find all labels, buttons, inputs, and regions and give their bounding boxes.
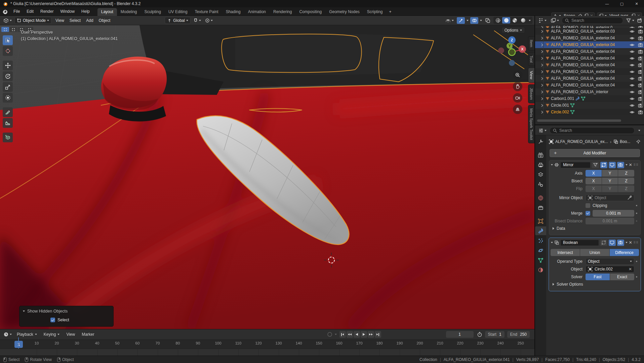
maximize-button[interactable]: ▢ [614, 0, 629, 7]
hide-in-viewport-icon[interactable] [628, 36, 636, 41]
viewport-menu-select[interactable]: Select [67, 17, 83, 24]
outliner-row[interactable]: ALFA_ROMEO_GIULIA_exterior.04 [535, 68, 644, 75]
boolean-editmode-toggle[interactable] [600, 240, 607, 246]
outliner-item-name[interactable]: ALFA_ROMEO_GIULIA_exterior.03 [551, 29, 615, 34]
outliner-row[interactable]: ALFA_ROMEO_GIULIA_exterior.04 [535, 41, 644, 48]
properties-tab-world[interactable] [535, 193, 546, 202]
bisect-distance-field[interactable]: 0.001 m [586, 218, 634, 224]
outliner-vertical-scrollbar[interactable] [642, 56, 643, 107]
outliner-horizontal-scrollbar[interactable] [537, 119, 621, 122]
merge-threshold-field[interactable]: 0.001 m [593, 210, 634, 217]
expand-chevron-icon[interactable] [540, 56, 544, 61]
properties-tab-object-data[interactable] [535, 256, 546, 264]
outliner-display-mode-button[interactable] [537, 17, 548, 24]
hide-in-viewport-icon[interactable] [628, 96, 636, 101]
close-button[interactable]: ✕ [629, 0, 644, 7]
blender-menu-icon[interactable] [2, 9, 8, 14]
expand-chevron-icon[interactable] [540, 63, 544, 67]
next-keyframe-button[interactable] [368, 331, 374, 338]
boolean-op-intersect[interactable]: Intersect [551, 249, 580, 256]
add-modifier-button[interactable]: ＋ Add Modifier [550, 149, 640, 157]
shading-wireframe-button[interactable] [494, 17, 502, 24]
menu-file[interactable]: File [10, 8, 23, 15]
sidebar-tab-jbeam[interactable]: JBeam [528, 84, 534, 103]
expand-chevron-icon[interactable] [540, 70, 544, 74]
outliner-row[interactable]: ALFA_ROMEO_GIULIA_exterior.04 [535, 75, 644, 82]
properties-tab-view-layer[interactable] [535, 170, 546, 179]
play-reverse-button[interactable] [354, 331, 360, 338]
xray-toggle[interactable] [484, 17, 492, 24]
disable-in-renders-icon[interactable] [637, 29, 644, 34]
outliner-row[interactable]: ALFA_ROMEO_GIULIA_interior [535, 88, 644, 95]
outliner-row[interactable]: ALFA_ROMEO_GIULIA_exterior.04 [535, 35, 644, 41]
mirror-oncage-toggle[interactable] [592, 162, 599, 168]
mirror-flip-y[interactable]: Y [602, 185, 618, 192]
play-button[interactable] [361, 331, 367, 338]
proportional-falloff-chevron[interactable] [211, 20, 213, 21]
hide-in-viewport-icon[interactable] [628, 63, 636, 68]
options-button[interactable]: Options [501, 27, 525, 33]
viewport-menu-add[interactable]: Add [83, 17, 96, 24]
solver-fast[interactable]: Fast [586, 274, 610, 280]
expand-chevron-icon[interactable] [540, 90, 544, 94]
workspace-tab-geometry-nodes[interactable]: Geometry Nodes [325, 8, 363, 16]
outliner-item-name[interactable]: ALFA_ROMEO_GIULIA_interior [551, 89, 608, 94]
properties-tab-tool[interactable] [535, 137, 546, 146]
properties-tab-render[interactable] [535, 151, 546, 159]
properties-tab-modifiers[interactable] [535, 226, 546, 235]
keying-options-chevron[interactable] [335, 334, 337, 335]
hide-in-viewport-icon[interactable] [628, 76, 636, 81]
select-mode-extend[interactable] [9, 27, 17, 32]
timeline-menu-keying[interactable]: Keying [41, 331, 63, 338]
boolean-extras-chevron[interactable] [626, 242, 628, 243]
properties-tab-output[interactable] [535, 160, 546, 169]
navigation-gizmo[interactable]: Z X Y [497, 35, 526, 67]
outliner-item-name[interactable]: ALFA_ROMEO_GIULIA_exterior.04 [551, 36, 615, 40]
add-workspace-button[interactable]: + [387, 8, 394, 16]
jump-to-end-button[interactable] [375, 331, 381, 338]
proportional-edit-toggle[interactable] [204, 17, 214, 24]
expand-chevron-icon[interactable] [540, 29, 544, 34]
shading-rendered-button[interactable] [519, 17, 527, 24]
menu-help[interactable]: Help [78, 8, 93, 15]
zoom-button[interactable] [513, 70, 522, 80]
minimize-button[interactable]: — [600, 0, 614, 7]
disable-in-renders-icon[interactable] [637, 36, 644, 41]
mirror-axis-x[interactable]: X [586, 170, 602, 177]
eyedropper-icon[interactable] [627, 195, 632, 200]
expand-chevron-icon[interactable] [540, 43, 544, 47]
tool-scale[interactable] [3, 82, 13, 92]
disable-in-renders-icon[interactable] [637, 42, 644, 47]
properties-tab-collection[interactable] [535, 203, 546, 212]
timeline-ruler[interactable]: 1 10203040506070809010011012013014015016… [0, 339, 534, 349]
pan-hand-button[interactable] [513, 82, 522, 91]
boolean-object-field[interactable]: Circle.002 ✕ [586, 266, 634, 273]
hide-in-viewport-icon[interactable] [628, 49, 636, 54]
ortho-toggle-button[interactable] [513, 105, 522, 114]
gizmo-options-chevron[interactable] [467, 20, 469, 21]
mirror-editmode-toggle[interactable] [600, 162, 607, 168]
clear-object-icon[interactable]: ✕ [629, 267, 632, 271]
boolean-delete-button[interactable]: ✕ [629, 240, 632, 245]
boolean-op-union[interactable]: Union [580, 249, 609, 256]
mirror-object-field[interactable]: Object [586, 194, 634, 201]
expand-chevron-icon[interactable] [540, 103, 544, 108]
workspace-tab-sculpting[interactable]: Sculpting [141, 8, 165, 16]
viewport-menu-object[interactable]: Object [96, 17, 113, 24]
tool-box-select[interactable] [3, 35, 13, 45]
outliner-item-name[interactable]: Carbon1.001 [551, 96, 574, 101]
outliner-row[interactable]: Circle.001 [535, 102, 644, 109]
timeline-channels[interactable] [0, 349, 534, 356]
menu-render[interactable]: Render [37, 8, 56, 15]
mirror-flip-z[interactable]: Z [618, 185, 634, 192]
boolean-name-field[interactable]: Boolean [560, 240, 599, 246]
show-hidden-objects-header[interactable]: Show Hidden Objects [19, 306, 113, 315]
tool-add-cube[interactable] [3, 133, 13, 142]
pin-id-icon[interactable] [636, 139, 641, 144]
outliner-item-name[interactable]: ALFA_ROMEO_GIULIA_exterior.04 [551, 69, 615, 74]
mode-dropdown[interactable]: Object Mode [14, 17, 51, 24]
hide-in-viewport-icon[interactable] [628, 29, 636, 34]
auto-keying-toggle[interactable] [327, 332, 332, 337]
boolean-drag-handle[interactable]: ⠿⠿ [634, 242, 639, 244]
properties-tab-physics[interactable] [535, 246, 546, 255]
